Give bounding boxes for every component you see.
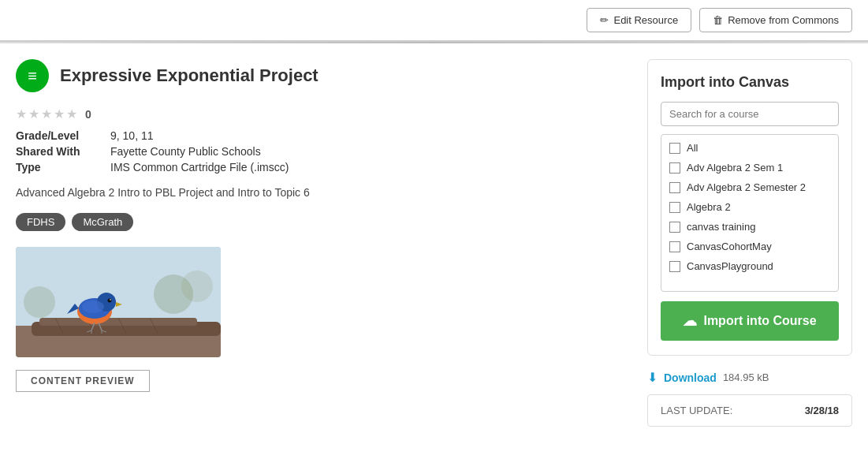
download-link[interactable]: Download: [664, 371, 717, 384]
cloud-upload-icon: ☁: [683, 312, 697, 330]
svg-point-13: [108, 299, 112, 303]
rating-row: ★★★★★ 0: [16, 106, 631, 121]
course-label-canvascohortmay: CanvasCohortMay: [687, 241, 772, 252]
download-row: ⬇ Download 184.95 kB: [647, 364, 852, 391]
list-item[interactable]: All: [661, 138, 838, 158]
top-toolbar: ✏ Edit Resource 🗑 Remove from Commons: [0, 0, 868, 42]
grade-row: Grade/Level 9, 10, 11: [16, 129, 631, 142]
import-btn-label: Import into Course: [703, 314, 816, 328]
resource-image: [16, 247, 221, 357]
remove-from-commons-label: Remove from Commons: [728, 14, 839, 26]
tags-container: FDHS McGrath: [16, 213, 631, 231]
right-panel: Import into Canvas All Adv Algebra 2 Sem…: [647, 59, 852, 427]
remove-from-commons-button[interactable]: 🗑 Remove from Commons: [699, 8, 852, 32]
import-canvas-box: Import into Canvas All Adv Algebra 2 Sem…: [647, 59, 852, 356]
list-item[interactable]: Adv Algebra 2 Sem 1: [661, 158, 838, 177]
list-item[interactable]: CanvasCohortMay: [661, 237, 838, 256]
content-preview-btn[interactable]: CONTENT PREVIEW: [16, 370, 150, 392]
course-label-advalg2sem2: Adv Algebra 2 Semester 2: [687, 181, 806, 193]
tag-mcgrath[interactable]: McGrath: [72, 213, 133, 231]
rating-count: 0: [85, 108, 91, 121]
last-update-label: LAST UPDATE:: [661, 405, 732, 416]
icon-symbol: ≡: [28, 67, 37, 85]
course-checkbox-advalg2sem2[interactable]: [669, 182, 680, 193]
svg-point-14: [110, 299, 111, 300]
course-checkbox-canvasplayground[interactable]: [669, 261, 680, 272]
pencil-icon: ✏: [600, 14, 609, 26]
trash-icon: 🗑: [713, 14, 723, 26]
download-size: 184.95 kB: [723, 371, 769, 383]
course-search-input[interactable]: [661, 102, 839, 126]
list-item[interactable]: CanvasPlayground: [661, 256, 838, 276]
resource-title: Expressive Exponential Project: [60, 65, 319, 86]
svg-point-23: [181, 271, 213, 302]
resource-icon: ≡: [16, 59, 49, 92]
course-list-container[interactable]: All Adv Algebra 2 Sem 1 Adv Algebra 2 Se…: [661, 134, 839, 292]
course-label-advalg2sem1: Adv Algebra 2 Sem 1: [687, 162, 783, 174]
list-item[interactable]: Adv Algebra 2 Semester 2: [661, 177, 838, 197]
list-item[interactable]: canvas training: [661, 217, 838, 237]
course-label-canvasplayground: CanvasPlayground: [687, 260, 773, 272]
list-item[interactable]: Algebra 2: [661, 197, 838, 217]
import-into-course-button[interactable]: ☁ Import into Course: [661, 301, 839, 341]
svg-point-15: [82, 300, 104, 313]
course-label-canvas-training: canvas training: [687, 221, 755, 233]
course-list: All Adv Algebra 2 Sem 1 Adv Algebra 2 Se…: [661, 135, 838, 279]
type-value: IMS Common Cartridge File (.imscc): [110, 161, 289, 174]
shared-value: Fayette County Public Schools: [110, 145, 261, 158]
type-row: Type IMS Common Cartridge File (.imscc): [16, 161, 631, 174]
course-label-alg2: Algebra 2: [687, 201, 731, 213]
resource-description: Advanced Algebra 2 Intro to PBL Project …: [16, 186, 631, 199]
main-content: ≡ Expressive Exponential Project ★★★★★ 0…: [0, 43, 868, 442]
course-checkbox-canvas-training[interactable]: [669, 222, 680, 233]
tag-fdhs[interactable]: FDHS: [16, 213, 65, 231]
star-rating[interactable]: ★★★★★: [16, 106, 79, 121]
course-checkbox-all[interactable]: [669, 143, 680, 154]
bird-svg: [16, 247, 221, 357]
course-label-all: All: [687, 142, 698, 154]
download-icon: ⬇: [647, 370, 658, 385]
last-update-value: 3/28/18: [805, 405, 839, 416]
resource-title-row: ≡ Expressive Exponential Project: [16, 59, 631, 92]
type-label: Type: [16, 161, 102, 174]
edit-resource-label: Edit Resource: [613, 14, 678, 26]
left-panel: ≡ Expressive Exponential Project ★★★★★ 0…: [16, 59, 631, 427]
shared-row: Shared With Fayette County Public School…: [16, 145, 631, 158]
svg-point-24: [24, 286, 55, 318]
shared-label: Shared With: [16, 145, 102, 158]
course-checkbox-advalg2sem1[interactable]: [669, 162, 680, 174]
last-update-row: LAST UPDATE: 3/28/18: [647, 394, 852, 427]
metadata-table: Grade/Level 9, 10, 11 Shared With Fayett…: [16, 129, 631, 174]
edit-resource-button[interactable]: ✏ Edit Resource: [587, 8, 691, 32]
course-checkbox-canvascohortmay[interactable]: [669, 241, 680, 252]
grade-label: Grade/Level: [16, 129, 102, 142]
import-canvas-title: Import into Canvas: [661, 74, 839, 91]
course-checkbox-alg2[interactable]: [669, 202, 680, 213]
grade-value: 9, 10, 11: [110, 129, 154, 142]
svg-rect-3: [39, 318, 197, 326]
